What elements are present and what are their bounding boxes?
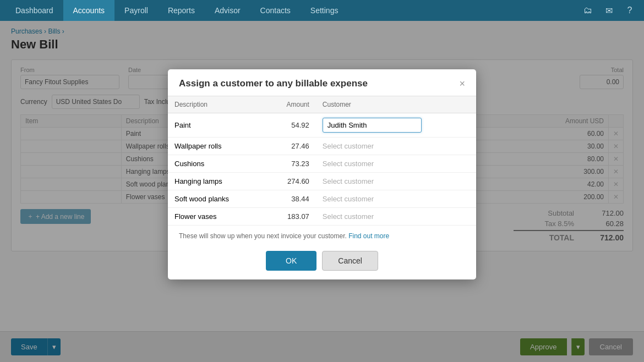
nav-reports[interactable]: Reports (158, 0, 205, 21)
modal-cell-description: Flower vases (168, 208, 265, 226)
modal-actions: OK Cancel (168, 245, 476, 279)
modal-cell-description: Cushions (168, 155, 265, 173)
top-nav: Dashboard Accounts Payroll Reports Advis… (0, 0, 644, 21)
modal-header: Assign a customer to any billable expens… (168, 69, 476, 96)
nav-right-icons: 🗂 ✉ ? (579, 2, 638, 19)
modal-cell-amount: 73.23 (265, 155, 316, 173)
folder-icon[interactable]: 🗂 (579, 2, 597, 19)
modal: Assign a customer to any billable expens… (168, 69, 476, 279)
customer-placeholder-2: Select customer (323, 160, 374, 168)
cancel-modal-button[interactable]: Cancel (322, 251, 378, 271)
modal-table: Description Amount Customer Paint 54.92 … (168, 96, 476, 225)
modal-table-row: Wallpaper rolls 27.46 Select customer (168, 138, 476, 155)
modal-col-amount: Amount (265, 96, 316, 113)
ok-button[interactable]: OK (266, 251, 316, 271)
nav-dashboard[interactable]: Dashboard (6, 0, 63, 21)
modal-cell-customer[interactable]: Select customer (316, 173, 476, 190)
customer-placeholder-5: Select customer (323, 212, 374, 221)
modal-table-row: Hanging lamps 274.60 Select customer (168, 173, 476, 190)
modal-cell-amount: 27.46 (265, 138, 316, 155)
modal-title: Assign a customer to any billable expens… (179, 78, 368, 89)
modal-cell-customer[interactable]: Select customer (316, 190, 476, 208)
page-content: Purchases › Bills › New Bill From Date T… (0, 21, 644, 362)
modal-cell-amount: 54.92 (265, 113, 316, 138)
modal-cell-description: Soft wood planks (168, 190, 265, 208)
modal-table-row: Soft wood planks 38.44 Select customer (168, 190, 476, 208)
modal-cell-amount: 38.44 (265, 190, 316, 208)
customer-placeholder-4: Select customer (323, 195, 374, 203)
nav-settings[interactable]: Settings (301, 0, 348, 21)
modal-cell-description: Paint (168, 113, 265, 138)
modal-cell-description: Wallpaper rolls (168, 138, 265, 155)
customer-placeholder-1: Select customer (323, 142, 374, 150)
modal-footer-text: These will show up when you next invoice… (168, 225, 476, 245)
mail-icon[interactable]: ✉ (600, 2, 618, 19)
modal-col-description: Description (168, 96, 265, 113)
modal-cell-customer[interactable]: Select customer (316, 208, 476, 226)
modal-cell-amount: 274.60 (265, 173, 316, 190)
customer-input-0[interactable] (323, 118, 422, 133)
modal-cell-amount: 183.07 (265, 208, 316, 226)
modal-cell-customer[interactable]: Select customer (316, 155, 476, 173)
modal-table-container: Description Amount Customer Paint 54.92 … (168, 96, 476, 225)
nav-contacts[interactable]: Contacts (250, 0, 301, 21)
nav-accounts[interactable]: Accounts (63, 0, 115, 21)
modal-col-customer: Customer (316, 96, 476, 113)
find-out-more-link[interactable]: Find out more (348, 232, 389, 240)
modal-table-row: Cushions 73.23 Select customer (168, 155, 476, 173)
modal-table-row: Paint 54.92 (168, 113, 476, 138)
nav-advisor[interactable]: Advisor (205, 0, 250, 21)
modal-table-row: Flower vases 183.07 Select customer (168, 208, 476, 226)
help-icon[interactable]: ? (621, 2, 638, 19)
modal-close-button[interactable]: × (459, 79, 465, 89)
customer-placeholder-3: Select customer (323, 177, 374, 185)
modal-cell-description: Hanging lamps (168, 173, 265, 190)
modal-cell-customer[interactable]: Select customer (316, 138, 476, 155)
nav-payroll[interactable]: Payroll (114, 0, 158, 21)
modal-footer-note: These will show up when you next invoice… (179, 232, 347, 240)
modal-cell-customer[interactable] (316, 113, 476, 138)
